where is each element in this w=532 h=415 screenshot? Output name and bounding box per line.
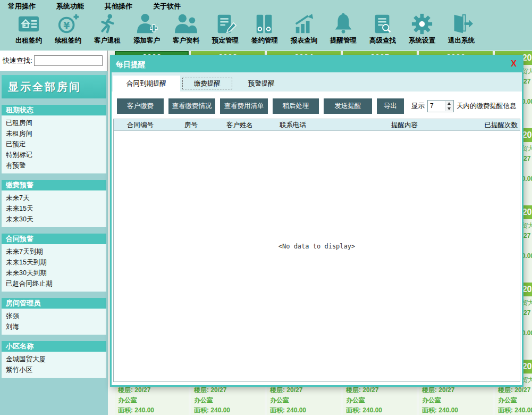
toolbar-item-label: 续租签约 [48, 36, 88, 45]
table-empty-message: <No data to display> [114, 243, 520, 250]
sidebar-section-items: 张强刘海 [2, 309, 106, 335]
sidebar-section: 房间管理员 张强刘海 [2, 298, 106, 335]
add-customer-icon [127, 12, 166, 36]
toolbar-item-add-customer[interactable]: 添加客户 [127, 12, 166, 45]
dialog-action-button[interactable]: 查看费用清单 [220, 98, 268, 114]
toolbar-item-move-out[interactable]: 客户退租 [88, 12, 127, 45]
toolbar: 出租签约 ¥ 续租签约 客户退租 添加客户 客户资料 预定管理 签约管理 [9, 12, 481, 45]
dialog-tab[interactable]: 合同到期提醒 [113, 76, 180, 92]
table-column-header[interactable]: 房号 [184, 119, 198, 131]
table-column-header[interactable]: 合同编号 [127, 119, 154, 131]
days-spinner[interactable]: 7 [427, 100, 454, 112]
room-card-type: 办公室 [191, 395, 265, 405]
toolbar-item-exit[interactable]: 退出系统 [442, 12, 481, 45]
sidebar-section-title: 合同预警 [2, 234, 106, 244]
toolbar-item-label: 报表查询 [284, 36, 324, 45]
dialog-action-button[interactable]: 导出 [377, 98, 404, 114]
room-card-area: 面积: 240.00 [495, 405, 532, 415]
sidebar-item[interactable]: 未来15天 [2, 203, 106, 214]
toolbar-item-label: 签约管理 [245, 36, 284, 45]
reminder-manage-icon [324, 12, 363, 36]
sidebar-section-items: 已租房间未租房间已预定特别标记有预警 [2, 115, 106, 173]
sidebar-item[interactable]: 刘海 [2, 321, 106, 332]
menu-item[interactable]: 关于软件 [153, 2, 181, 11]
toolbar-item-renew-lease[interactable]: ¥ 续租签约 [48, 12, 88, 45]
dialog-tab[interactable]: 缴费提醒 [180, 76, 234, 92]
toolbar-item-label: 预定管理 [206, 36, 245, 45]
menu-item[interactable]: 系统功能 [56, 2, 84, 11]
dialog-action-button[interactable]: 客户缴费 [117, 98, 164, 114]
sidebar-item[interactable]: 金城国贸大厦 [2, 354, 106, 364]
menu-bar: 常用操作系统功能其他操作关于软件 [0, 0, 532, 12]
quick-search-input[interactable] [34, 55, 103, 66]
display-days-control: 显示 7 天内的缴费提醒信息 [411, 100, 517, 112]
toolbar-item-report-query[interactable]: 报表查询 [284, 12, 324, 45]
toolbar-item-label: 添加客户 [127, 36, 166, 45]
sidebar-item[interactable]: 未租房间 [2, 128, 106, 139]
table-column-header[interactable]: 提醒内容 [391, 119, 418, 131]
table-column-header[interactable]: 客户姓名 [226, 119, 253, 131]
room-card-type: 办公室 [115, 395, 189, 405]
dialog-tab[interactable]: 预警提醒 [234, 76, 289, 92]
exit-icon [442, 12, 481, 36]
toolbar-item-customer-files[interactable]: 客户资料 [166, 12, 206, 45]
dialog-content: 客户缴费查看缴费情况查看费用清单稍后处理发送提醒导出 显示 7 天内的缴费提醒信… [112, 92, 522, 385]
sidebar-section: 合同预警 未来7天到期未来15天到期未来30天到期已超合同终止期 [2, 234, 106, 292]
sidebar-item[interactable]: 已租房间 [2, 118, 106, 128]
dialog-action-button[interactable]: 稍后处理 [273, 98, 319, 114]
table-column-header[interactable]: 联系电话 [280, 119, 306, 131]
quick-search-label: 快速查找: [3, 56, 32, 65]
room-card-area: 面积: 240.00 [419, 405, 493, 415]
dialog-action-button[interactable]: 查看缴费情况 [168, 98, 215, 114]
spinner-up-icon[interactable] [445, 101, 453, 106]
sidebar-section-title: 房间管理员 [2, 298, 106, 309]
toolbar-item-contract-manage[interactable]: 签约管理 [245, 12, 284, 45]
sidebar-sections: 租期状态 已租房间未租房间已预定特别标记有预警 缴费预警 未来7天未来15天未来… [0, 105, 108, 378]
toolbar-item-label: 系统设置 [402, 36, 442, 45]
show-all-rooms-button[interactable]: 显示全部房间 [2, 75, 106, 98]
sidebar-item[interactable]: 未来7天 [2, 193, 106, 203]
move-out-icon [88, 12, 127, 36]
room-card-area: 面积: 240.00 [267, 405, 341, 415]
spinner-down-icon[interactable] [445, 106, 453, 112]
dialog-button-row: 客户缴费查看缴费情况查看费用清单稍后处理发送提醒导出 显示 7 天内的缴费提醒信… [112, 92, 522, 114]
lease-sign-icon [9, 12, 48, 36]
toolbar-item-label: 高级查找 [363, 36, 402, 45]
dialog-buttons: 客户缴费查看缴费情况查看费用清单稍后处理发送提醒导出 [117, 98, 411, 114]
sidebar-item[interactable]: 已预定 [2, 139, 106, 150]
sidebar-item[interactable]: 特别标记 [2, 150, 106, 160]
dialog-action-button[interactable]: 发送提醒 [324, 98, 372, 114]
sidebar-section: 缴费预警 未来7天未来15天未来30天 [2, 180, 106, 227]
report-query-icon [284, 12, 324, 36]
sidebar-item[interactable]: 未来15天到期 [2, 257, 106, 268]
daily-reminder-dialog: 每日提醒 X 合同到期提醒缴费提醒预警提醒 客户缴费查看缴费情况查看费用清单稍后… [110, 55, 523, 387]
menu-item[interactable]: 其他操作 [105, 2, 132, 11]
room-card-type: 办公室 [495, 395, 532, 405]
toolbar-item-settings[interactable]: 系统设置 [402, 12, 442, 45]
sidebar-section-title: 租期状态 [2, 105, 106, 115]
sidebar-item[interactable]: 未来30天到期 [2, 268, 106, 278]
close-icon[interactable]: X [511, 56, 517, 72]
sidebar-item[interactable]: 已超合同终止期 [2, 278, 106, 289]
days-spinner-value: 7 [430, 101, 434, 112]
menu-item[interactable]: 常用操作 [8, 2, 36, 11]
display-days-prefix: 显示 [411, 102, 425, 111]
sidebar-item[interactable]: 张强 [2, 311, 106, 321]
sidebar-item[interactable]: 有预警 [2, 160, 106, 171]
sidebar-item[interactable]: 未来7天到期 [2, 246, 106, 257]
reminder-table: 合同编号房号客户姓名联系电话提醒内容已提醒次数 <No data to disp… [113, 119, 520, 382]
table-column-header[interactable]: 已提醒次数 [485, 119, 518, 131]
room-card-type: 办公室 [267, 395, 341, 405]
toolbar-item-advanced-search[interactable]: 高级查找 [363, 12, 402, 45]
quick-search-row: 快速查找: [0, 51, 108, 71]
sidebar-item[interactable]: 未来30天 [2, 214, 106, 225]
toolbar-item-reminder-manage[interactable]: 提醒管理 [324, 12, 363, 45]
reminder-table-header: 合同编号房号客户姓名联系电话提醒内容已提醒次数 [114, 119, 520, 131]
svg-text:¥: ¥ [63, 20, 70, 31]
room-card-type: 办公室 [419, 395, 493, 405]
toolbar-item-booking-manage[interactable]: 预定管理 [206, 12, 245, 45]
settings-icon [402, 12, 442, 36]
toolbar-item-lease-sign[interactable]: 出租签约 [9, 12, 48, 45]
advanced-search-icon [363, 12, 402, 36]
sidebar-item[interactable]: 紫竹小区 [2, 364, 106, 375]
